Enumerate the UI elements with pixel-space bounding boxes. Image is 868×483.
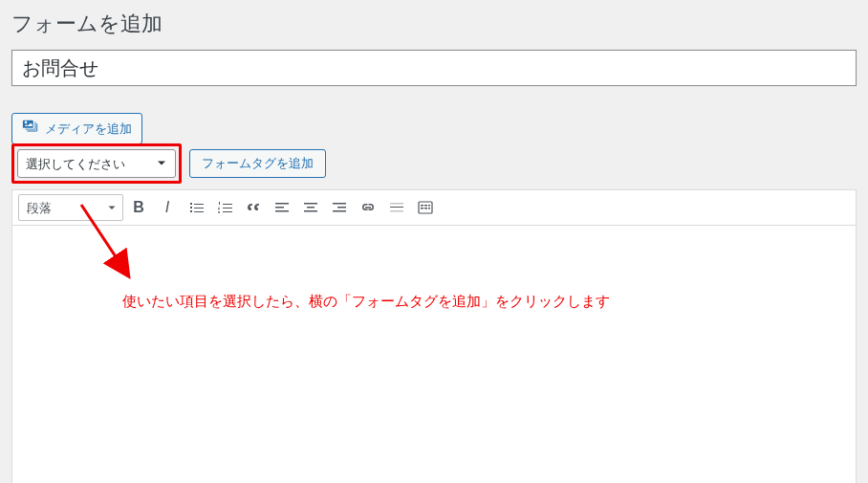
- toolbar-toggle-button[interactable]: [412, 194, 439, 221]
- link-button[interactable]: [355, 194, 381, 221]
- form-field-select[interactable]: 選択してください: [17, 149, 176, 178]
- bold-label: B: [133, 199, 144, 216]
- align-center-button[interactable]: [297, 194, 324, 221]
- form-title-input[interactable]: [11, 50, 857, 86]
- rich-editor: 段落 B I: [11, 189, 857, 483]
- highlight-box: 選択してください: [11, 143, 182, 184]
- editor-toolbar: 段落 B I: [12, 190, 856, 226]
- bold-button[interactable]: B: [125, 194, 152, 221]
- media-icon: [22, 118, 39, 140]
- format-select[interactable]: 段落: [18, 194, 123, 221]
- add-media-button[interactable]: メディアを追加: [11, 113, 142, 144]
- italic-button[interactable]: I: [154, 194, 181, 221]
- annotation-text: 使いたい項目を選択したら、横の「フォームタグを追加」をクリックします: [122, 293, 610, 311]
- page-title: フォームを追加: [11, 10, 857, 38]
- italic-label: I: [165, 199, 169, 216]
- quote-button[interactable]: [240, 194, 267, 221]
- ul-button[interactable]: [183, 194, 209, 221]
- add-media-label: メディアを追加: [45, 121, 132, 138]
- add-form-tag-button[interactable]: フォームタグを追加: [189, 149, 326, 178]
- align-right-button[interactable]: [326, 194, 353, 221]
- more-button[interactable]: [383, 194, 410, 221]
- editor-content[interactable]: 使いたい項目を選択したら、横の「フォームタグを追加」をクリックします: [12, 226, 856, 483]
- ol-button[interactable]: [211, 194, 238, 221]
- align-left-button[interactable]: [269, 194, 295, 221]
